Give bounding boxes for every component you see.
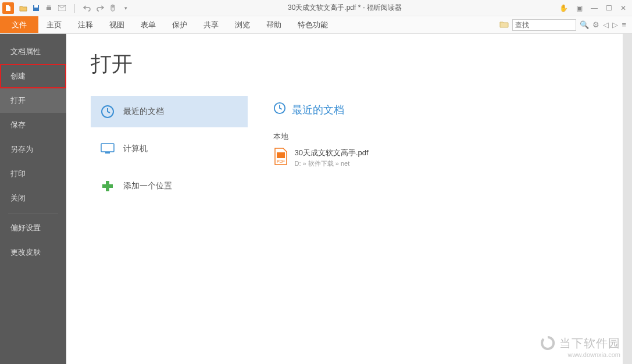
tab-browse[interactable]: 浏览 [227,16,258,33]
pdf-file-icon: PDF [273,148,288,165]
recent-file-item[interactable]: PDF 30天成文软文高手.pdf D: » 软件下载 » net [273,147,564,169]
option-computer-label: 计算机 [123,144,148,154]
clock-icon [100,104,115,119]
file-name: 30天成文软文高手.pdf [294,148,368,158]
search-input[interactable] [512,19,576,31]
option-recent[interactable]: 最近的文档 [91,96,248,127]
qat-sep: | [70,3,79,13]
minimize-button[interactable]: — [591,4,598,12]
nav-next-icon[interactable]: ▷ [612,20,618,29]
open-icon[interactable] [19,3,28,13]
ribbon-tabs: 文件 主页 注释 视图 表单 保护 共享 浏览 帮助 特色功能 🔍 ⚙ ◁ ▷ … [0,16,632,34]
recent-header: 最近的文档 [273,102,564,117]
hand-icon[interactable]: ✋ [559,4,568,12]
tab-home[interactable]: 主页 [38,16,70,33]
sidebar-item-save[interactable]: 保存 [0,113,66,137]
tab-file[interactable]: 文件 [0,16,38,33]
scrollbar-thumb[interactable] [623,34,632,364]
file-sidebar: 文档属性 创建 打开 保存 另存为 打印 关闭 偏好设置 更改皮肤 [0,34,66,364]
content-area: 打开 最近的文档 计算机 添加一个位置 [66,34,632,364]
svg-rect-9 [277,152,285,158]
page-title: 打开 [91,50,632,78]
sidebar-item-saveas[interactable]: 另存为 [0,137,66,162]
ribbon-toggle-icon[interactable]: ▣ [576,4,583,12]
tab-comment[interactable]: 注释 [70,16,101,33]
computer-icon [100,141,115,156]
maximize-button[interactable]: ☐ [606,4,612,12]
title-bar: | ▾ 30天成文软文高手.pdf * - 福昕阅读器 ✋ ▣ — ☐ ✕ [0,0,632,16]
chevron-down-icon[interactable]: ▾ [121,3,130,13]
sidebar-item-close[interactable]: 关闭 [0,186,66,210]
recent-header-label: 最近的文档 [292,103,344,117]
undo-icon[interactable] [83,3,92,13]
clock-icon [273,102,286,117]
redo-icon[interactable] [95,3,105,13]
settings-icon[interactable]: ⚙ [592,20,599,29]
nav-prev-icon[interactable]: ◁ [603,20,609,29]
svg-rect-3 [47,5,51,7]
hand-tool-icon[interactable] [108,3,117,13]
sidebar-item-preferences[interactable]: 偏好设置 [0,216,66,240]
tab-view[interactable]: 视图 [101,16,133,33]
sidebar-item-print[interactable]: 打印 [0,162,66,186]
sidebar-item-open[interactable]: 打开 [0,88,66,113]
tab-protect[interactable]: 保护 [164,16,195,33]
sidebar-item-properties[interactable]: 文档属性 [0,40,66,64]
window-title: 30天成文软文高手.pdf * - 福昕阅读器 [130,3,559,13]
option-recent-label: 最近的文档 [123,106,164,117]
group-local-label: 本地 [273,131,564,142]
svg-text:PDF: PDF [277,159,285,163]
tab-features[interactable]: 特色功能 [290,16,336,33]
svg-rect-2 [47,7,51,10]
tab-help[interactable]: 帮助 [258,16,290,33]
recent-files-panel: 最近的文档 本地 PDF 30天成文软文高手.pdf D: » 软件下载 » n… [273,96,564,169]
sidebar-separator [8,213,58,213]
open-source-list: 最近的文档 计算机 添加一个位置 [91,96,248,208]
vertical-scrollbar[interactable] [623,34,632,364]
app-icon [2,2,14,14]
quick-access-toolbar: | ▾ [19,3,130,13]
option-add-place[interactable]: 添加一个位置 [91,170,248,202]
plus-icon [100,179,115,194]
menu-icon[interactable]: ≡ [622,20,626,29]
email-icon[interactable] [57,3,66,13]
save-icon[interactable] [31,3,41,13]
option-add-place-label: 添加一个位置 [123,181,172,191]
window-controls: ✋ ▣ — ☐ ✕ [559,4,626,12]
svg-rect-1 [34,5,38,8]
tab-share[interactable]: 共享 [195,16,227,33]
search-icon[interactable]: 🔍 [580,20,589,29]
sidebar-item-skin[interactable]: 更改皮肤 [0,240,66,265]
print-icon[interactable] [44,3,53,13]
tab-form[interactable]: 表单 [133,16,164,33]
folder-icon[interactable] [499,20,509,30]
sidebar-item-create[interactable]: 创建 [0,64,66,88]
svg-rect-6 [101,144,114,152]
option-computer[interactable]: 计算机 [91,133,248,165]
file-path: D: » 软件下载 » net [294,159,368,168]
svg-rect-7 [105,152,110,154]
close-button[interactable]: ✕ [620,4,626,12]
